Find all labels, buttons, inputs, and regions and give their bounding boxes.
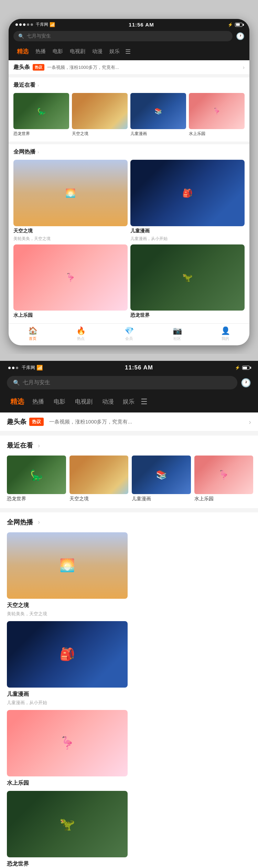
hot-arrow-large[interactable]: › xyxy=(38,519,40,526)
status-time-large: 11:56 AM xyxy=(125,364,153,371)
hot-item-4[interactable]: 🦖 恐龙世界 xyxy=(130,244,245,319)
trending-bar[interactable]: 趣头条 热议 一条视频，涨粉1000多万，究竟有... › xyxy=(9,60,249,75)
hot-item-2[interactable]: 🎒 儿童漫画 儿童漫画，从小开始 xyxy=(130,160,245,242)
recent-arrow-large[interactable]: › xyxy=(38,442,40,449)
hot-item-1[interactable]: 🌅 天空之境 美轮美奂，天空之境 xyxy=(13,160,128,242)
community-label: 社区 xyxy=(173,336,181,341)
battery-fill-large xyxy=(243,367,247,369)
nav-tab-hot-large[interactable]: 热播 xyxy=(28,396,49,407)
nav-tab-tv[interactable]: 电视剧 xyxy=(66,47,89,56)
status-bar: 千库网 📶 11:56 AM ⚡ xyxy=(9,19,249,29)
hot-item-3[interactable]: 🦩 水上乐园 xyxy=(13,244,128,319)
hot-arrow[interactable]: › xyxy=(37,149,39,155)
recent-thumb-2 xyxy=(72,93,128,129)
hot-item-l4[interactable]: 🦖 恐龙世界 xyxy=(7,791,128,868)
recent-item-l1[interactable]: 🦕 恐龙世界 xyxy=(7,456,66,502)
nav-tab-movie[interactable]: 电影 xyxy=(49,47,66,56)
home-label: 首页 xyxy=(29,336,36,341)
recent-item-2[interactable]: 天空之境 xyxy=(72,93,128,137)
recent-thumb-l2 xyxy=(69,456,129,494)
nav-tab-entertainment[interactable]: 娱乐 xyxy=(106,47,123,56)
carrier-label-large: 千库网 xyxy=(22,365,35,371)
bottom-nav-hot[interactable]: 🔥 热点 xyxy=(76,326,86,341)
community-icon: 📷 xyxy=(173,326,182,335)
hot-item-sub-2: 儿童漫画，从小开始 xyxy=(130,236,245,242)
wifi-icon: 📶 xyxy=(50,22,55,27)
hot-item-title-4: 恐龙世界 xyxy=(130,312,245,318)
nav-tab-movie-large[interactable]: 电影 xyxy=(49,396,70,407)
recent-item-l3[interactable]: 📚 儿童漫画 xyxy=(132,456,191,502)
recent-arrow[interactable]: › xyxy=(37,83,39,88)
hot-title: 全网热播 xyxy=(13,148,35,156)
signal-dot-2 xyxy=(19,23,22,26)
nav-menu-icon[interactable]: ☰ xyxy=(125,48,131,55)
recent-item-3[interactable]: 📚 儿童漫画 xyxy=(130,93,186,137)
nav-tabs: 精选 热播 电影 电视剧 动漫 娱乐 ☰ xyxy=(9,45,249,60)
nav-menu-icon-large[interactable]: ☰ xyxy=(141,397,148,406)
hot-item-sub-1: 美轮美奂，天空之境 xyxy=(13,236,128,242)
clock-icon[interactable]: 🕐 xyxy=(236,32,245,40)
signal-l2 xyxy=(12,367,14,369)
bottom-nav-home[interactable]: 🏠 首页 xyxy=(28,326,37,341)
nav-tab-tv-large[interactable]: 电视剧 xyxy=(70,396,97,407)
recent-section-header: 最近在看 › xyxy=(9,77,249,92)
recent-label-l2: 天空之境 xyxy=(69,496,129,502)
nav-tab-hot[interactable]: 热播 xyxy=(32,47,49,56)
signal-dot-5 xyxy=(31,23,33,26)
recent-item-4[interactable]: 🦩 水上乐园 xyxy=(189,93,245,137)
trending-desc-large: 一条视频，涨粉1000多万，究竟有... xyxy=(49,419,246,425)
trending-title-large: 趣头条 xyxy=(7,417,26,426)
hot-title-l3: 水上乐园 xyxy=(7,780,128,787)
nav-tab-anime-large[interactable]: 动漫 xyxy=(97,396,119,407)
hot-item-l1[interactable]: 🌅 天空之境 美轮美奂，天空之境 xyxy=(7,532,128,617)
wifi-icon-large: 📶 xyxy=(36,365,43,371)
bottom-nav-community[interactable]: 📷 社区 xyxy=(173,326,182,341)
recent-thumb-4: 🦩 xyxy=(189,93,245,129)
hot-title-l4: 恐龙世界 xyxy=(7,860,128,868)
recent-label-1: 恐龙世界 xyxy=(13,131,69,137)
hot-item-title-2: 儿童漫画 xyxy=(130,228,245,234)
recent-item-l4[interactable]: 🦩 水上乐园 xyxy=(194,456,254,502)
hot-sub-l2: 儿童漫画，从小开始 xyxy=(7,700,128,706)
hot-item-title-3: 水上乐园 xyxy=(13,312,128,318)
nav-tab-featured-large[interactable]: 精选 xyxy=(7,396,28,408)
recent-thumb-l1: 🦕 xyxy=(7,456,66,494)
clock-icon-large[interactable]: 🕐 xyxy=(241,378,251,388)
vip-label: 会员 xyxy=(125,336,133,341)
search-placeholder: 七月与安生 xyxy=(27,33,51,39)
recent-item-1[interactable]: 🦕 恐龙世界 xyxy=(13,93,69,137)
hot-thumb-l2: 🎒 xyxy=(7,621,128,688)
search-input-wrap[interactable]: 🔍 七月与安生 xyxy=(13,31,233,41)
hot-item-l2[interactable]: 🎒 儿童漫画 儿童漫画，从小开始 xyxy=(7,621,128,706)
status-right-large: ⚡ xyxy=(235,365,250,370)
search-input-wrap-large[interactable]: 🔍 七月与安生 xyxy=(7,376,237,389)
status-bar-large: 千库网 📶 11:56 AM ⚡ xyxy=(0,361,258,373)
recent-item-l2[interactable]: 天空之境 xyxy=(69,456,129,502)
hot-thumb-4: 🦖 xyxy=(130,244,245,311)
signal-l1 xyxy=(8,367,11,369)
recent-label-3: 儿童漫画 xyxy=(130,131,186,137)
search-placeholder-large: 七月与安生 xyxy=(23,379,50,386)
hot-title-large: 全网热播 xyxy=(7,518,33,527)
status-left: 千库网 📶 xyxy=(15,22,55,28)
mine-label: 我的 xyxy=(222,336,229,341)
nav-tab-featured[interactable]: 精选 xyxy=(13,46,32,57)
trending-title: 趣头条 xyxy=(13,64,30,71)
bottom-nav-mine[interactable]: 👤 我的 xyxy=(221,326,230,341)
home-icon: 🏠 xyxy=(28,326,37,335)
bottom-nav-vip[interactable]: 💎 会员 xyxy=(125,326,134,341)
trending-bar-large[interactable]: 趣头条 热议 一条视频，涨粉1000多万，究竟有... › xyxy=(0,412,258,431)
search-icon: 🔍 xyxy=(18,33,24,39)
hot-thumb-l4: 🦖 xyxy=(7,791,128,857)
hot-sub-l1: 美轮美奂，天空之境 xyxy=(7,611,128,617)
content-area-large: 趣头条 热议 一条视频，涨粉1000多万，究竟有... › 最近在看 › 🦕 恐… xyxy=(0,412,258,868)
recent-thumb-3: 📚 xyxy=(130,93,186,129)
hot-item-l3[interactable]: 🦩 水上乐园 xyxy=(7,710,128,787)
hot-label: 热点 xyxy=(77,336,85,341)
content-area: 趣头条 热议 一条视频，涨粉1000多万，究竟有... › 最近在看 › 🦕 恐… xyxy=(9,60,249,345)
hot-badge: 热议 xyxy=(33,64,44,71)
mine-icon: 👤 xyxy=(221,326,230,335)
hot-section-header: 全网热播 › xyxy=(9,144,249,158)
nav-tab-ent-large[interactable]: 娱乐 xyxy=(119,396,139,407)
nav-tab-anime[interactable]: 动漫 xyxy=(89,47,106,56)
